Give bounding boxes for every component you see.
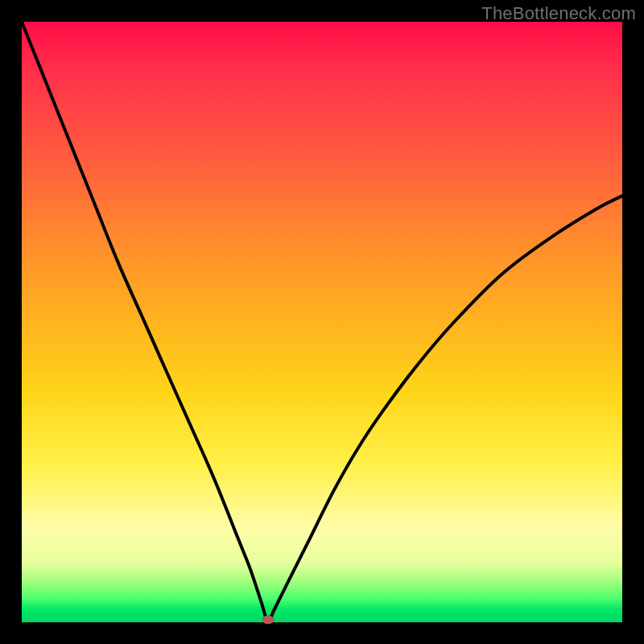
optimal-point-marker (262, 616, 274, 624)
chart-frame: TheBottleneck.com (0, 0, 644, 644)
plot-area (22, 22, 622, 622)
bottleneck-curve (22, 22, 622, 622)
watermark-text: TheBottleneck.com (481, 3, 636, 24)
